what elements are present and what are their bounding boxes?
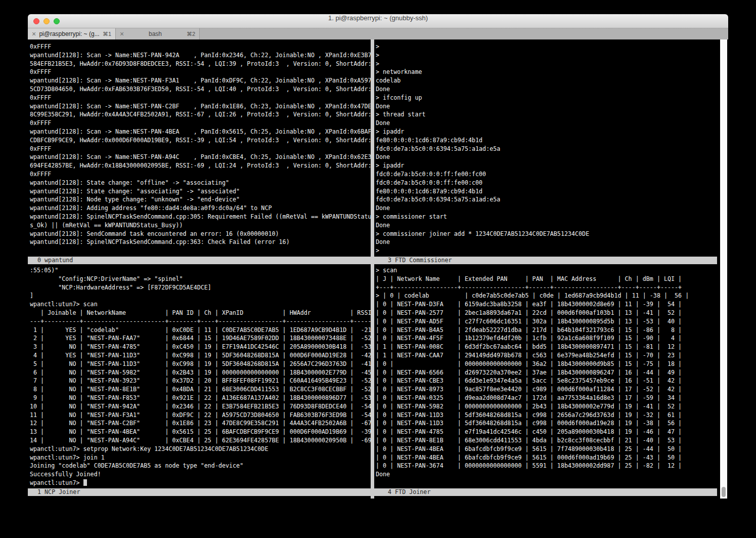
window-title: 1. pi@raspberrypi: ~ (gnubby-ssh) [28, 14, 728, 22]
terminal-content: 0xFFFF wpantund[2128]: Scan -> Name:NEST… [28, 39, 728, 499]
tab-shortcut: ⌘1 [103, 31, 111, 37]
tab-close-icon[interactable]: × [120, 30, 124, 38]
tab-label: bash [127, 30, 184, 37]
tab-label: pi@raspberrypi: ~ (g... [39, 30, 100, 37]
pane-title-ftd-commissioner: 3 FTD Commissioner [371, 257, 717, 264]
window-titlebar[interactable]: 1. pi@raspberrypi: ~ (gnubby-ssh) [28, 14, 728, 28]
minimize-window-button[interactable] [43, 18, 50, 24]
pane-title-wpantund: 0 wpantund [28, 257, 374, 264]
close-window-button[interactable] [33, 18, 39, 24]
pane-ftd-joiner[interactable]: > scan | J | Network Name | Extended PAN… [376, 266, 719, 479]
terminal-window: 1. pi@raspberrypi: ~ (gnubby-ssh) × pi@r… [28, 14, 728, 499]
tab-shortcut: ⌘2 [187, 31, 195, 37]
pane-title-ftd-joiner: 4 FTD Joiner [371, 488, 717, 496]
pane-ncp-joiner[interactable]: :55:05)" "Config:NCP:DriverName" => "spi… [30, 266, 372, 487]
tab-close-icon[interactable]: × [32, 30, 36, 38]
zoom-window-button[interactable] [54, 18, 60, 24]
traffic-lights [33, 18, 60, 24]
pane-wpantund-log[interactable]: 0xFFFF wpantund[2128]: Scan -> Name:NEST… [30, 43, 372, 247]
terminal-cursor [83, 479, 87, 486]
tab-bar: × pi@raspberrypi: ~ (g... ⌘1 × bash ⌘2 [28, 28, 728, 39]
scrollbar-thumb[interactable] [722, 487, 726, 497]
pane-title-ncp-joiner: 1 NCP Joiner [28, 488, 374, 496]
tab-ssh-session[interactable]: × pi@raspberrypi: ~ (g... ⌘1 [28, 28, 116, 39]
pane-ftd-commissioner[interactable]: > > > > networkname codelab Done > ifcon… [376, 43, 719, 255]
scrollbar[interactable] [720, 39, 727, 499]
tab-bash[interactable]: × bash ⌘2 [116, 28, 200, 39]
